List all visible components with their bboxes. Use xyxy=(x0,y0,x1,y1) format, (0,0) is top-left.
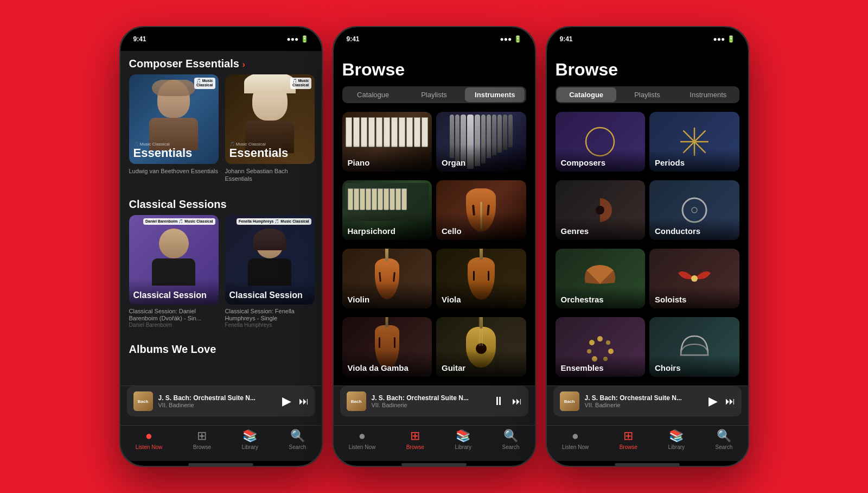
player-inner-2[interactable]: Bach J. S. Bach: Orchestral Suite N... V… xyxy=(340,386,528,416)
catalogue-composers[interactable]: Composers xyxy=(556,112,646,172)
browse-icon-1: ⊞ xyxy=(197,429,207,443)
catalogue-ensembles[interactable]: Ensembles xyxy=(556,317,646,377)
tab-library-2[interactable]: 📚 Library xyxy=(455,429,472,450)
violin-fhole-l xyxy=(379,271,381,281)
search-label-2: Search xyxy=(502,444,520,450)
beethoven-img: 🎵 MusicClassical 🎵 Music Classical Essen… xyxy=(129,74,219,164)
segment-control-3: Catalogue Playlists Instruments xyxy=(556,86,739,103)
play-button-3[interactable]: ▶ xyxy=(709,394,718,408)
classical-sessions-title: Classical Sessions xyxy=(120,192,322,215)
instrument-harpsichord[interactable]: Harpsichord xyxy=(342,180,432,240)
guitar-string1 xyxy=(479,317,480,346)
skip-button-1[interactable]: ⏭ xyxy=(299,396,309,407)
viola-fhole-r xyxy=(488,271,489,281)
tab-listen-now-1[interactable]: ● Listen Now xyxy=(136,429,162,450)
tab-browse-1[interactable]: ⊞ Browse xyxy=(193,429,211,450)
search-icon-3: 🔍 xyxy=(717,429,731,443)
tab-listen-now-3[interactable]: ● Listen Now xyxy=(562,429,589,450)
instrument-viola[interactable]: Viola xyxy=(436,249,526,308)
tab-search-2[interactable]: 🔍 Search xyxy=(502,429,520,450)
barenboim-card[interactable]: Daniel Barenboim 🎵 Music Classical Class… xyxy=(129,215,219,328)
player-thumb-3: Bach xyxy=(560,391,579,411)
bach-bg: 🎵 MusicClassical 🎵 Music Classical Essen… xyxy=(225,74,315,164)
bach-card[interactable]: 🎵 MusicClassical 🎵 Music Classical Essen… xyxy=(225,74,315,183)
tab-library-3[interactable]: 📚 Library xyxy=(668,429,685,450)
instrument-piano[interactable]: Piano xyxy=(342,112,432,172)
segment-playlists-3[interactable]: Playlists xyxy=(617,87,677,102)
third-card-hint xyxy=(321,74,322,183)
viola-neck xyxy=(480,249,483,260)
catalogue-choirs[interactable]: Choirs xyxy=(649,317,739,377)
conductors-label: Conductors xyxy=(655,226,700,236)
segment-catalogue-2[interactable]: Catalogue xyxy=(343,87,403,102)
viola-fhole-l xyxy=(473,271,475,281)
fenella-card[interactable]: Fenella Humphreys 🎵 Music Classical Clas… xyxy=(225,215,315,328)
player-thumb-label-3: Bach xyxy=(564,399,575,404)
beethoven-card-name: Ludwig van Beethoven Essentials xyxy=(129,167,219,175)
vdg-fhole-r xyxy=(394,337,395,348)
instrument-viola-gamba[interactable]: Viola da Gamba xyxy=(342,317,432,377)
segment-catalogue-3[interactable]: Catalogue xyxy=(557,87,616,102)
player-inner-1[interactable]: Bach J. S. Bach: Orchestral Suite N... V… xyxy=(127,386,315,416)
orchestras-name-area: Orchestras xyxy=(556,287,646,308)
essentials-arrow[interactable]: › xyxy=(242,60,245,69)
notch-3 xyxy=(615,27,680,43)
segment-instruments-3[interactable]: Instruments xyxy=(678,87,738,102)
pause-button-2[interactable]: ⏸ xyxy=(493,394,505,408)
key-w3 xyxy=(361,117,367,147)
notch-2 xyxy=(401,27,467,43)
tab-search-1[interactable]: 🔍 Search xyxy=(289,429,307,450)
bach-essentials-title: Essentials xyxy=(229,147,310,160)
listen-now-icon-3: ● xyxy=(572,429,579,443)
orchestras-label: Orchestras xyxy=(561,295,604,304)
phone1-scroll[interactable]: Composer Essentials › xyxy=(120,51,322,385)
fenella-badge: Fenella Humphreys 🎵 Music Classical xyxy=(237,218,311,225)
instrument-cello[interactable]: Cello xyxy=(436,180,526,240)
beethoven-card[interactable]: 🎵 MusicClassical 🎵 Music Classical Essen… xyxy=(129,74,219,183)
beethoven-hair-l xyxy=(152,80,174,96)
essentials-row: 🎵 MusicClassical 🎵 Music Classical Essen… xyxy=(120,74,322,192)
status-icons-1: ●●● 🔋 xyxy=(286,35,308,43)
player-thumb-img-1: Bach xyxy=(133,391,153,411)
fenella-img: Fenella Humphreys 🎵 Music Classical Clas… xyxy=(225,215,315,305)
player-inner-3[interactable]: Bach J. S. Bach: Orchestral Suite N... V… xyxy=(553,386,742,416)
albums-love-title: Albums We Love xyxy=(120,337,322,360)
harpsichord-name: Harpsichord xyxy=(348,226,395,236)
catalogue-soloists[interactable]: Soloists xyxy=(649,249,739,308)
tab-bar-2: ● Listen Now ⊞ Browse 📚 Library 🔍 Search xyxy=(334,425,535,461)
instrument-guitar[interactable]: Guitar xyxy=(436,317,526,377)
fenella-overlay: Classical Session xyxy=(225,280,315,305)
albums-spacer xyxy=(120,360,322,385)
play-button-1[interactable]: ▶ xyxy=(282,394,291,408)
tab-search-3[interactable]: 🔍 Search xyxy=(716,429,733,450)
barenboim-badge: Daniel Barenboim 🎵 Music Classical xyxy=(143,218,215,225)
player-bar-3: Bach J. S. Bach: Orchestral Suite N... V… xyxy=(547,385,748,425)
periods-name-area: Periods xyxy=(649,150,739,172)
instrument-violin[interactable]: Violin xyxy=(342,249,432,308)
key-w4 xyxy=(368,117,375,147)
catalogue-orchestras[interactable]: Orchestras xyxy=(556,249,646,308)
fenella-portrait xyxy=(248,231,291,286)
barenboim-artist: Daniel Barenboim xyxy=(129,322,219,328)
browse-label-2: Browse xyxy=(406,444,424,450)
skip-button-3[interactable]: ⏭ xyxy=(725,396,735,407)
catalogue-genres[interactable]: Genres xyxy=(556,180,646,240)
barenboim-card-name: Classical Session: Daniel Barenboim (Dvo… xyxy=(129,308,219,322)
violin-name-area: Violin xyxy=(342,287,432,308)
vdg-name: Viola da Gamba xyxy=(348,363,409,372)
phone-2-screen: 9:41 ●●● 🔋 Browse Catalogue Playlists In… xyxy=(334,27,535,466)
segment-playlists-2[interactable]: Playlists xyxy=(404,87,464,102)
catalogue-periods[interactable]: Periods xyxy=(649,112,739,172)
tab-browse-3[interactable]: ⊞ Browse xyxy=(620,429,637,450)
instrument-organ[interactable]: Organ xyxy=(436,112,526,172)
tab-browse-2[interactable]: ⊞ Browse xyxy=(406,429,424,450)
home-indicator-2 xyxy=(401,463,467,466)
catalogue-conductors[interactable]: Conductors xyxy=(649,180,739,240)
segment-instruments-2[interactable]: Instruments xyxy=(465,87,525,102)
library-icon-2: 📚 xyxy=(456,429,470,443)
barenboim-overlay: Classical Session xyxy=(129,280,219,305)
skip-button-2[interactable]: ⏭ xyxy=(512,396,522,407)
tab-library-1[interactable]: 📚 Library xyxy=(242,429,259,450)
player-title-2: J. S. Bach: Orchestral Suite N... xyxy=(372,394,487,402)
tab-listen-now-2[interactable]: ● Listen Now xyxy=(349,429,375,450)
